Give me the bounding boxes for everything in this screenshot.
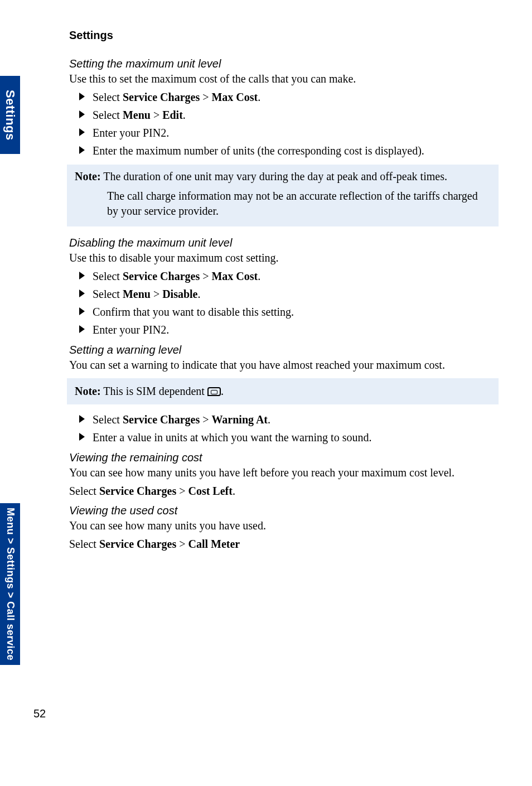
step-item: Select Service Charges > Max Cost. <box>79 90 499 104</box>
note-box: Note: The duration of one unit may vary … <box>67 165 499 226</box>
step-list: Select Service Charges > Warning At. Ent… <box>79 412 499 445</box>
step-list: Select Service Charges > Max Cost. Selec… <box>79 269 499 337</box>
side-tab-breadcrumb: Menu > Settings > Call service <box>0 503 20 665</box>
section-heading: Viewing the remaining cost <box>69 451 499 464</box>
note-line: Note: The duration of one unit may vary … <box>75 170 491 183</box>
section-intro: You can set a warning to indicate that y… <box>69 358 499 373</box>
step-item: Select Service Charges > Max Cost. <box>79 269 499 283</box>
section-heading: Viewing the used cost <box>69 504 499 517</box>
step-list: Select Service Charges > Max Cost. Selec… <box>79 90 499 158</box>
step-item: Enter a value in units at which you want… <box>79 430 499 445</box>
side-tab-settings: Settings <box>0 76 20 154</box>
page-number: 52 <box>33 707 46 720</box>
side-tab-settings-label: Settings <box>3 90 17 141</box>
section-heading: Setting the maximum unit level <box>69 57 499 70</box>
section-intro: You can see how many units you have used… <box>69 518 499 533</box>
step-item: Enter the maximum number of units (the c… <box>79 143 499 158</box>
step-item: Select Menu > Edit. <box>79 108 499 122</box>
note-box: Note: This is SIM dependent . <box>67 378 499 404</box>
step-item: Select Service Charges > Warning At. <box>79 412 499 427</box>
step-item: Enter your PIN2. <box>79 126 499 140</box>
step-item: Confirm that you want to disable this se… <box>79 305 499 319</box>
section-intro: You can see how many units you have left… <box>69 465 499 480</box>
step-item: Enter your PIN2. <box>79 322 499 337</box>
section-intro: Use this to set the maximum cost of the … <box>69 71 499 86</box>
section-heading: Disabling the maximum unit level <box>69 237 499 249</box>
side-tab-breadcrumb-label: Menu > Settings > Call service <box>4 508 16 660</box>
step-item: Select Menu > Disable. <box>79 287 499 301</box>
note-line: The call charge information may not be a… <box>75 189 491 219</box>
page-content: Settings Setting the maximum unit level … <box>69 29 499 555</box>
section-intro: Use this to disable your maximum cost se… <box>69 250 499 266</box>
sim-icon <box>207 387 221 396</box>
note-label: Note: <box>75 385 101 397</box>
page-title: Settings <box>69 29 499 42</box>
note-text: This is SIM dependent <box>101 385 207 397</box>
action-line: Select Service Charges > Call Meter <box>69 537 499 552</box>
action-line: Select Service Charges > Cost Left. <box>69 484 499 499</box>
section-heading: Setting a warning level <box>69 344 499 356</box>
